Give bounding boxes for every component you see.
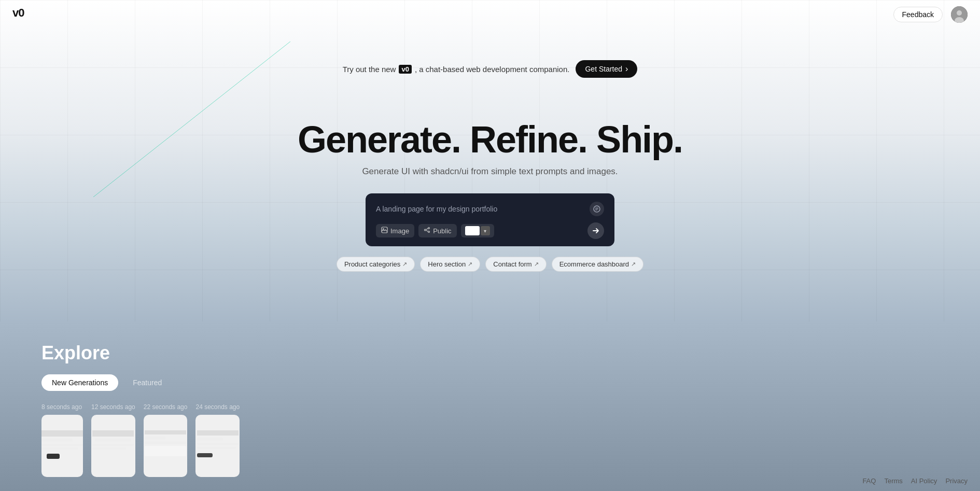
- svg-text:v0: v0: [12, 7, 24, 19]
- tab-new-generations[interactable]: New Generations: [41, 374, 118, 391]
- footer-ai-policy-link[interactable]: AI Policy: [911, 477, 937, 485]
- svg-rect-29: [197, 430, 239, 436]
- banner-logo: v0: [399, 65, 411, 74]
- suggestion-product-categories[interactable]: Product categories ↗: [337, 257, 415, 272]
- image-icon: [381, 227, 388, 235]
- external-link-icon: ↗: [468, 261, 472, 268]
- footer-faq-link[interactable]: FAQ: [862, 477, 876, 485]
- svg-line-14: [426, 229, 428, 230]
- prompt-box: A landing page for my design portfolio: [366, 193, 614, 246]
- explore-card-wrapper-3: 22 seconds ago: [144, 403, 188, 477]
- card-timestamp-1: 8 seconds ago: [41, 403, 83, 411]
- decorative-line: [93, 41, 301, 197]
- svg-rect-18: [41, 444, 83, 446]
- feedback-button[interactable]: Feedback: [893, 7, 943, 22]
- prompt-input-row: A landing page for my design portfolio: [376, 202, 604, 216]
- tab-featured[interactable]: Featured: [122, 374, 172, 391]
- get-started-button[interactable]: Get Started ›: [576, 60, 637, 78]
- svg-rect-21: [92, 430, 134, 437]
- external-link-icon: ↗: [534, 261, 539, 268]
- svg-line-15: [426, 230, 428, 231]
- svg-point-12: [425, 229, 426, 231]
- svg-rect-27: [145, 442, 186, 444]
- svg-rect-33: [197, 453, 213, 457]
- theme-toggle[interactable]: ▾: [461, 224, 494, 237]
- svg-rect-31: [197, 443, 239, 445]
- svg-rect-32: [197, 447, 236, 449]
- card-preview-4: [195, 415, 240, 477]
- send-button[interactable]: [587, 222, 604, 239]
- hero-section: Try out the new v0 , a chat-based web de…: [0, 0, 980, 321]
- footer: FAQ Terms AI Policy Privacy: [850, 471, 980, 491]
- toggle-switch: ▾: [465, 226, 490, 235]
- banner-text-after: , a chat-based web development companion…: [415, 65, 570, 74]
- svg-rect-9: [382, 227, 387, 233]
- announcement-banner: Try out the new v0 , a chat-based web de…: [343, 60, 638, 78]
- svg-rect-20: [47, 454, 60, 459]
- dark-mode-toggle: ▾: [481, 226, 490, 235]
- svg-rect-28: [145, 446, 186, 456]
- chevron-down-icon: ▾: [484, 228, 486, 234]
- visibility-label: Public: [433, 227, 451, 235]
- main-heading: Generate. Refine. Ship.: [298, 119, 682, 160]
- share-icon: [424, 227, 430, 235]
- svg-rect-25: [145, 430, 186, 434]
- svg-rect-17: [41, 439, 73, 442]
- prompt-placeholder-text: A landing page for my design portfolio: [376, 205, 497, 213]
- explore-section: Explore New Generations Featured 8 secon…: [0, 321, 980, 491]
- external-link-icon: ↗: [631, 261, 636, 268]
- explore-card-4[interactable]: [195, 415, 240, 477]
- svg-line-4: [93, 41, 290, 197]
- prompt-toolbar: Image Public: [376, 222, 604, 239]
- card-preview-2: [91, 415, 135, 477]
- suggestion-label: Contact form: [493, 260, 531, 268]
- svg-point-13: [428, 231, 430, 233]
- logo[interactable]: v0: [12, 7, 29, 22]
- image-label: Image: [390, 227, 409, 235]
- banner-text-before: Try out the new: [343, 65, 396, 74]
- explore-card-2[interactable]: [91, 415, 135, 477]
- suggestion-label: Product categories: [344, 260, 400, 268]
- prompt-options-button[interactable]: [590, 202, 604, 216]
- avatar-image: [951, 6, 968, 23]
- sub-heading: Generate UI with shadcn/ui from simple t…: [298, 166, 682, 177]
- card-preview-1: [41, 415, 83, 477]
- arrow-right-icon: ›: [625, 64, 628, 74]
- header: v0 Feedback: [0, 0, 980, 29]
- card-timestamp-4: 24 seconds ago: [195, 403, 240, 411]
- card-timestamp-3: 22 seconds ago: [144, 403, 188, 411]
- avatar[interactable]: [951, 6, 968, 23]
- svg-rect-24: [92, 447, 126, 450]
- svg-point-11: [428, 228, 430, 229]
- banner-text: Try out the new v0 , a chat-based web de…: [343, 65, 570, 74]
- explore-card-wrapper-2: 12 seconds ago: [91, 403, 135, 477]
- explore-cards: 8 seconds ago 12 seconds ago: [41, 403, 939, 477]
- svg-point-2: [957, 10, 962, 16]
- svg-rect-16: [41, 430, 83, 437]
- svg-rect-26: [145, 437, 165, 440]
- prompt-toolbar-left: Image Public: [376, 224, 494, 237]
- suggestion-ecommerce-dashboard[interactable]: Ecommerce dashboard ↗: [552, 257, 643, 272]
- suggestion-hero-section[interactable]: Hero section ↗: [420, 257, 480, 272]
- footer-privacy-link[interactable]: Privacy: [945, 477, 968, 485]
- card-timestamp-2: 12 seconds ago: [91, 403, 135, 411]
- card-preview-3: [144, 415, 188, 477]
- svg-rect-23: [92, 444, 134, 446]
- suggestion-label: Hero section: [428, 260, 466, 268]
- explore-card-wrapper-1: 8 seconds ago: [41, 403, 83, 477]
- explore-card-wrapper-4: 24 seconds ago: [195, 403, 240, 477]
- suggestion-contact-form[interactable]: Contact form ↗: [485, 257, 546, 272]
- suggestion-chips: Product categories ↗ Hero section ↗ Cont…: [337, 257, 643, 272]
- svg-rect-22: [95, 439, 131, 442]
- explore-tabs: New Generations Featured: [41, 374, 939, 391]
- explore-card-1[interactable]: [41, 415, 83, 477]
- svg-point-10: [383, 228, 384, 229]
- explore-card-3[interactable]: [144, 415, 188, 477]
- image-button[interactable]: Image: [376, 224, 414, 237]
- footer-terms-link[interactable]: Terms: [884, 477, 902, 485]
- svg-rect-30: [197, 438, 223, 441]
- light-mode-toggle: [465, 226, 480, 235]
- svg-rect-19: [41, 447, 78, 450]
- hero-headline: Generate. Refine. Ship. Generate UI with…: [298, 119, 682, 177]
- visibility-button[interactable]: Public: [418, 224, 456, 237]
